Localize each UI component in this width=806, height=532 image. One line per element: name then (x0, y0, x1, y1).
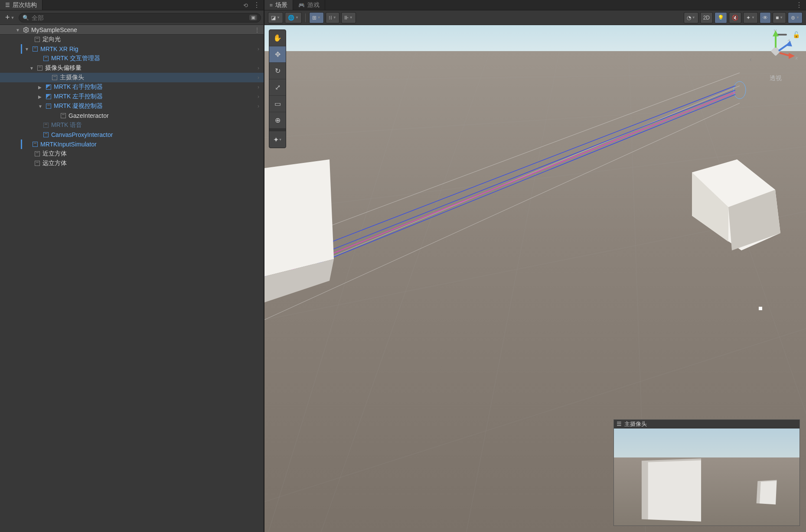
move-icon: ✥ (275, 50, 281, 58)
scene-panel: ⌗ 场景 🎮 游戏 ⋮ ◪▼ 🌐▼ ⊞▼ ⁝⁞▼ ⊪▼ ◔▼ 2D 💡 🔇 ✦▼… (264, 0, 806, 532)
rotate-icon: ↻ (275, 67, 281, 75)
tree-item-main-camera[interactable]: 主摄像头 › (0, 73, 264, 82)
tree-item-far-cube[interactable]: 远立方体 (0, 159, 264, 168)
chevron-right-icon[interactable]: › (258, 65, 264, 71)
scene-more-icon[interactable]: ⋮ (254, 26, 264, 33)
global-button[interactable]: 🌐▼ (285, 12, 302, 23)
custom-tools[interactable]: ✦▼ (269, 131, 286, 148)
unlock-icon: ⟲ (243, 2, 248, 9)
scale-icon: ⤢ (275, 83, 281, 91)
lightbulb-icon: 💡 (718, 15, 724, 21)
scene-toolbar: ◪▼ 🌐▼ ⊞▼ ⁝⁞▼ ⊪▼ ◔▼ 2D 💡 🔇 ✦▼ 👁 ■▼ ⊛▼ (264, 10, 806, 25)
camera-preview-view (614, 428, 799, 526)
game-tab-label: 游戏 (307, 1, 320, 9)
gizmos-button[interactable]: ⊛▼ (788, 12, 803, 23)
scene-tabs: ⌗ 场景 🎮 游戏 ⋮ (264, 0, 806, 10)
ruler-icon: ⊪ (344, 15, 349, 21)
snap-increment-button[interactable]: ⁝⁞▼ (326, 12, 339, 23)
expand-arrow-icon[interactable]: ▼ (29, 66, 35, 71)
audio-button[interactable]: 🔇 (729, 12, 741, 23)
tree-item-directional-light[interactable]: 定向光 (0, 35, 264, 44)
scene-name-label: MySampleScene (31, 26, 252, 33)
expand-arrow-icon[interactable]: ▶ (38, 94, 43, 99)
hierarchy-tree: ▼ MySampleScene ⋮ 定向光 ▼ MRTK XR Rig › MR… (0, 25, 264, 532)
hierarchy-tab-label: 层次结构 (13, 1, 37, 9)
svg-marker-23 (264, 159, 334, 276)
expand-arrow-icon[interactable]: ▼ (38, 104, 43, 109)
unity-scene-icon (23, 26, 29, 33)
hierarchy-lock[interactable]: ⟲ ⋮ (240, 1, 264, 9)
scale-tool[interactable]: ⤢ (269, 79, 286, 96)
scene-tab-label: 场景 (275, 1, 287, 9)
svg-line-21 (264, 86, 735, 268)
projection-label: 透视 (770, 75, 782, 81)
camera-preview[interactable]: ☰ 主摄像头 (613, 419, 800, 526)
grid-icon: ⊞ (312, 15, 317, 21)
snap-settings-button[interactable]: ⊪▼ (341, 12, 356, 23)
tree-label: CanvasProxyInteractor (51, 131, 264, 138)
rect-tool[interactable]: ▭ (269, 96, 286, 112)
lighting-button[interactable]: 💡 (715, 12, 727, 23)
gameobject-icon (34, 150, 41, 157)
chevron-right-icon[interactable]: › (258, 75, 264, 81)
expand-arrow-icon[interactable]: ▶ (38, 85, 43, 90)
rotate-tool[interactable]: ↻ (269, 63, 286, 79)
visibility-button[interactable]: 👁 (760, 12, 771, 23)
camera-preview-header[interactable]: ☰ 主摄像头 (614, 420, 799, 428)
search-chip-icon[interactable]: ▣ (249, 15, 257, 20)
tree-item-interaction-manager[interactable]: MRTK 交互管理器 (0, 54, 264, 63)
render-debug-button[interactable]: ◔▼ (684, 12, 698, 23)
chevron-right-icon[interactable]: › (258, 84, 264, 90)
scene-root-row[interactable]: ▼ MySampleScene ⋮ (0, 25, 264, 35)
svg-line-20 (264, 94, 735, 285)
tree-label: 摄像头偏移量 (45, 64, 256, 72)
chevron-right-icon[interactable]: › (258, 103, 264, 109)
draw-mode-button[interactable]: ◪▼ (268, 12, 283, 23)
hand-tool[interactable]: ✋ (269, 30, 286, 46)
move-tool[interactable]: ✥ (269, 46, 286, 63)
tree-item-mrtk-xr-rig[interactable]: ▼ MRTK XR Rig › (0, 44, 264, 54)
search-input[interactable] (32, 14, 247, 21)
orientation-gizmo[interactable]: 🔓 ‹透视 (750, 29, 802, 82)
gameobject-icon (60, 112, 67, 119)
scene-tab[interactable]: ⌗ 场景 (264, 0, 293, 10)
scene-panel-menu[interactable]: ⋮ (792, 1, 806, 9)
svg-line-19 (264, 90, 735, 276)
search-icon: 🔍 (23, 15, 29, 21)
tree-item-camera-offset[interactable]: ▼ 摄像头偏移量 › (0, 63, 264, 73)
tree-item-gaze-controller[interactable]: ▼ MRTK 凝视控制器 › (0, 101, 264, 111)
wrench-icon: ✦ (273, 136, 279, 144)
fx-button[interactable]: ✦▼ (743, 12, 758, 23)
hierarchy-tab[interactable]: ☰ 层次结构 (0, 0, 42, 10)
kebab-icon: ⋮ (253, 1, 260, 9)
game-tab[interactable]: 🎮 游戏 (293, 0, 325, 10)
toggle-2d-button[interactable]: 2D (700, 12, 713, 23)
tree-item-canvas-proxy[interactable]: CanvasProxyInteractor (0, 130, 264, 139)
expand-arrow-icon[interactable]: ▼ (16, 28, 21, 32)
scene-icon: ⌗ (270, 2, 273, 8)
tree-item-input-simulator[interactable]: MRTKInputSimulator (0, 139, 264, 149)
prefab-variant-icon (45, 93, 52, 100)
gameobject-icon (36, 65, 43, 71)
transform-tool[interactable]: ⊕ (269, 112, 286, 129)
tree-item-near-cube[interactable]: 近立方体 (0, 149, 264, 159)
scene-viewport[interactable]: ✋ ✥ ↻ ⤢ ▭ ⊕ ✦▼ 🔓 ‹透视 ☰ 主摄像头 (264, 25, 806, 532)
debug-icon: ◔ (687, 15, 691, 21)
tree-item-left-hand[interactable]: ▶ MRTK 左手控制器 › (0, 92, 264, 101)
dropdown-icon: ▼ (11, 16, 15, 20)
add-button[interactable]: + ▼ (3, 12, 17, 23)
tree-item-gaze-interactor[interactable]: GazeInteractor (0, 111, 264, 120)
chevron-right-icon[interactable]: › (258, 46, 264, 52)
hierarchy-search[interactable]: 🔍 ▣ (19, 13, 261, 23)
gameobject-icon (34, 36, 41, 43)
chevron-right-icon[interactable]: › (258, 94, 264, 100)
tree-item-right-hand[interactable]: ▶ MRTK 右手控制器 › (0, 82, 264, 92)
svg-point-18 (734, 81, 746, 99)
camera-button[interactable]: ■▼ (773, 12, 786, 23)
rect-icon: ▭ (274, 100, 281, 108)
expand-arrow-icon[interactable]: ▼ (25, 47, 30, 52)
grid-snap-button[interactable]: ⊞▼ (309, 12, 324, 23)
magnet-icon: ⁝⁞ (329, 15, 332, 21)
tree-item-mrtk-speech[interactable]: MRTK 语音 (0, 120, 264, 130)
camera-icon: ■ (776, 15, 779, 21)
